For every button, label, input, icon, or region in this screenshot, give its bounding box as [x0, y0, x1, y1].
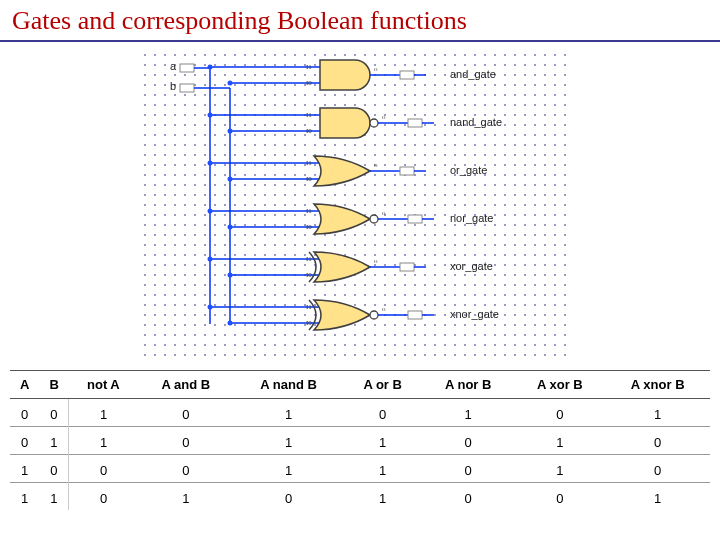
- tt-cell: 1: [234, 455, 343, 483]
- svg-rect-35: [400, 167, 414, 175]
- tt-cell: 1: [605, 483, 710, 511]
- gate-label: nor_gate: [450, 212, 493, 224]
- tt-cell: 0: [10, 399, 39, 427]
- gate-label: nand_gate: [450, 116, 502, 128]
- svg-text:I0: I0: [306, 79, 312, 87]
- truth-table: ABnot AA and BA nand BA or BA nor BA xor…: [10, 370, 710, 510]
- svg-point-61: [228, 321, 233, 326]
- tt-cell: 1: [343, 455, 422, 483]
- tt-cell: 0: [422, 427, 514, 455]
- tt-cell: 1: [39, 427, 68, 455]
- tt-cell: 1: [605, 399, 710, 427]
- tt-header: A and B: [138, 371, 234, 399]
- tt-header: A xnor B: [605, 371, 710, 399]
- tt-header: B: [39, 371, 68, 399]
- tt-header: not A: [69, 371, 138, 399]
- svg-rect-2: [180, 64, 194, 72]
- svg-text:I1: I1: [306, 207, 312, 215]
- tt-cell: 0: [514, 483, 605, 511]
- tt-cell: 1: [10, 483, 39, 511]
- tt-cell: 0: [69, 455, 138, 483]
- svg-point-19: [228, 129, 233, 134]
- tt-cell: 1: [39, 483, 68, 511]
- svg-text:I1: I1: [306, 159, 312, 167]
- svg-rect-67: [408, 311, 422, 319]
- svg-rect-4: [180, 84, 194, 92]
- tt-cell: 0: [39, 399, 68, 427]
- tt-cell: 1: [138, 483, 234, 511]
- tt-cell: 0: [10, 427, 39, 455]
- svg-text:I1: I1: [306, 63, 312, 71]
- tt-header: A nor B: [422, 371, 514, 399]
- tt-header: A nand B: [234, 371, 343, 399]
- svg-rect-56: [400, 263, 414, 271]
- svg-point-51: [228, 273, 233, 278]
- tt-cell: 1: [343, 427, 422, 455]
- input-b-label: b: [170, 80, 176, 92]
- tt-cell: 1: [422, 399, 514, 427]
- table-row: 011011010: [10, 427, 710, 455]
- tt-cell: 0: [138, 427, 234, 455]
- svg-point-59: [208, 305, 213, 310]
- tt-cell: 0: [343, 399, 422, 427]
- svg-text:I1: I1: [306, 303, 312, 311]
- tt-cell: 0: [69, 483, 138, 511]
- svg-text:o: o: [374, 161, 378, 169]
- svg-text:o: o: [374, 65, 378, 73]
- tt-cell: 1: [69, 399, 138, 427]
- svg-text:o: o: [382, 305, 386, 313]
- svg-point-7: [208, 65, 213, 70]
- svg-point-38: [208, 209, 213, 214]
- tt-cell: 1: [69, 427, 138, 455]
- table-row: 100011010: [10, 455, 710, 483]
- gate-label: or_gate: [450, 164, 487, 176]
- tt-cell: 1: [10, 455, 39, 483]
- svg-text:o: o: [374, 257, 378, 265]
- svg-text:I1: I1: [306, 255, 312, 263]
- gate-label: xor_gate: [450, 260, 493, 272]
- input-a-label: a: [170, 60, 176, 72]
- tt-cell: 1: [343, 483, 422, 511]
- table-row: 110101001: [10, 483, 710, 511]
- svg-point-20: [370, 119, 378, 127]
- svg-text:I0: I0: [306, 319, 312, 327]
- page-title: Gates and corresponding Boolean function…: [0, 0, 720, 42]
- svg-text:o: o: [382, 209, 386, 217]
- svg-rect-14: [400, 71, 414, 79]
- gate-label: and_gate: [450, 68, 496, 80]
- tt-cell: 0: [422, 455, 514, 483]
- tt-header: A: [10, 371, 39, 399]
- svg-rect-25: [408, 119, 422, 127]
- tt-cell: 1: [234, 427, 343, 455]
- tt-header: A xor B: [514, 371, 605, 399]
- table-row: 001010101: [10, 399, 710, 427]
- svg-point-17: [208, 113, 213, 118]
- svg-point-62: [370, 311, 378, 319]
- svg-text:I0: I0: [306, 223, 312, 231]
- svg-point-30: [228, 177, 233, 182]
- svg-point-41: [370, 215, 378, 223]
- tt-cell: 1: [234, 399, 343, 427]
- svg-point-49: [208, 257, 213, 262]
- svg-point-28: [208, 161, 213, 166]
- tt-cell: 0: [605, 427, 710, 455]
- svg-text:I0: I0: [306, 271, 312, 279]
- tt-cell: 0: [234, 483, 343, 511]
- svg-text:I0: I0: [306, 127, 312, 135]
- tt-cell: 0: [39, 455, 68, 483]
- tt-cell: 0: [138, 455, 234, 483]
- svg-point-40: [228, 225, 233, 230]
- svg-rect-46: [408, 215, 422, 223]
- tt-cell: 1: [514, 455, 605, 483]
- tt-cell: 0: [422, 483, 514, 511]
- tt-cell: 0: [605, 455, 710, 483]
- tt-cell: 0: [138, 399, 234, 427]
- tt-header: A or B: [343, 371, 422, 399]
- svg-text:I1: I1: [306, 111, 312, 119]
- gate-label: xnor_gate: [450, 308, 499, 320]
- svg-text:o: o: [382, 113, 386, 121]
- tt-cell: 1: [514, 427, 605, 455]
- tt-cell: 0: [514, 399, 605, 427]
- svg-text:I0: I0: [306, 175, 312, 183]
- circuit-diagram: I1I0oI1I0oI1I0oI1I0oI1I0oI1I0o a b and_g…: [140, 50, 570, 360]
